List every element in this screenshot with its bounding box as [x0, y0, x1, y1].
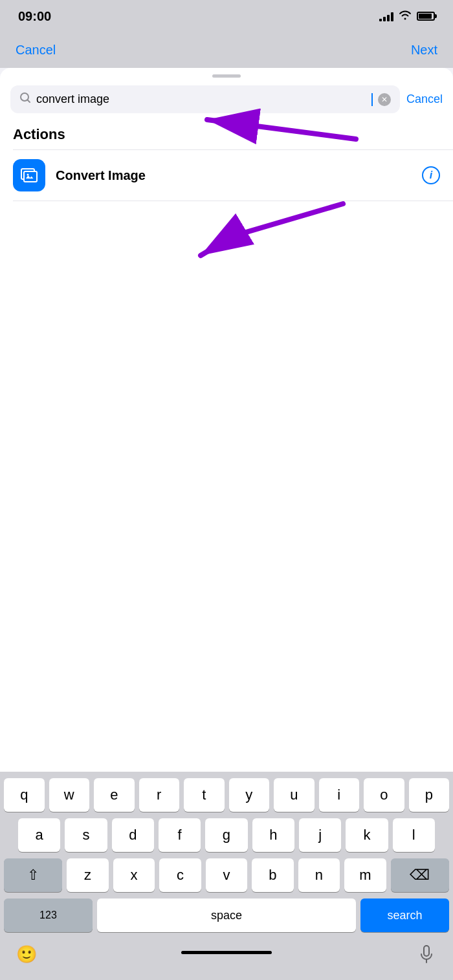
- action-label-convert-image: Convert Image: [56, 168, 412, 183]
- status-icons: [379, 10, 435, 23]
- key-s[interactable]: s: [65, 818, 107, 852]
- key-n[interactable]: n: [298, 858, 340, 892]
- key-l[interactable]: l: [393, 818, 435, 852]
- bg-cancel-label: Cancel: [16, 43, 56, 58]
- key-u[interactable]: u: [274, 778, 315, 812]
- convert-image-icon: [13, 159, 45, 191]
- backspace-key[interactable]: ⌫: [391, 858, 449, 892]
- bg-app-bar: Cancel Next: [0, 32, 453, 68]
- svg-point-4: [27, 174, 29, 176]
- key-g[interactable]: g: [205, 818, 247, 852]
- key-d[interactable]: d: [112, 818, 154, 852]
- key-i[interactable]: i: [319, 778, 360, 812]
- search-key[interactable]: search: [360, 898, 449, 932]
- key-y[interactable]: y: [229, 778, 270, 812]
- key-v[interactable]: v: [206, 858, 247, 892]
- numbers-key[interactable]: 123: [4, 898, 93, 932]
- key-m[interactable]: m: [344, 858, 386, 892]
- key-x[interactable]: x: [113, 858, 155, 892]
- key-r[interactable]: r: [139, 778, 180, 812]
- mic-key[interactable]: [410, 941, 443, 967]
- status-time: 09:00: [18, 9, 51, 24]
- search-bar[interactable]: convert image ✕: [10, 85, 400, 113]
- home-indicator: [181, 951, 272, 954]
- text-cursor: [371, 93, 373, 106]
- key-b[interactable]: b: [252, 858, 293, 892]
- bg-next-label: Next: [411, 43, 437, 58]
- wifi-icon: [399, 10, 412, 23]
- key-o[interactable]: o: [364, 778, 404, 812]
- key-h[interactable]: h: [252, 818, 294, 852]
- key-j[interactable]: j: [299, 818, 341, 852]
- key-p[interactable]: p: [409, 778, 450, 812]
- cancel-button[interactable]: Cancel: [406, 93, 443, 106]
- search-icon: [19, 92, 31, 107]
- battery-icon: [417, 12, 435, 21]
- keyboard[interactable]: q w e r t y u i o p a s d f g h j k l ⇧ …: [0, 772, 453, 980]
- shift-key[interactable]: ⇧: [4, 858, 62, 892]
- svg-line-1: [28, 100, 30, 103]
- key-c[interactable]: c: [159, 858, 201, 892]
- keyboard-row-3: ⇧ z x c v b n m ⌫: [0, 858, 453, 892]
- search-container: convert image ✕ Cancel: [0, 78, 453, 121]
- key-e[interactable]: e: [94, 778, 135, 812]
- key-z[interactable]: z: [67, 858, 108, 892]
- divider-bottom: [13, 201, 453, 201]
- key-t[interactable]: t: [184, 778, 225, 812]
- key-k[interactable]: k: [346, 818, 388, 852]
- key-a[interactable]: a: [18, 818, 60, 852]
- action-item-convert-image[interactable]: Convert Image i: [0, 150, 453, 201]
- keyboard-bottom-row: 123 space search: [0, 898, 453, 932]
- key-w[interactable]: w: [49, 778, 90, 812]
- signal-icon: [379, 11, 393, 21]
- keyboard-row-1: q w e r t y u i o p: [0, 778, 453, 812]
- emoji-key[interactable]: 🙂: [10, 941, 43, 967]
- info-button[interactable]: i: [422, 166, 440, 184]
- space-key[interactable]: space: [97, 898, 356, 932]
- keyboard-extra-row: 🙂: [0, 937, 453, 980]
- section-actions-label: Actions: [0, 121, 453, 149]
- svg-rect-7: [424, 946, 429, 956]
- svg-rect-3: [24, 171, 37, 182]
- keyboard-row-2: a s d f g h j k l: [0, 818, 453, 852]
- clear-button[interactable]: ✕: [378, 93, 391, 106]
- key-f[interactable]: f: [159, 818, 201, 852]
- status-bar: 09:00: [0, 0, 453, 32]
- search-input[interactable]: convert image: [36, 93, 366, 106]
- key-q[interactable]: q: [4, 778, 45, 812]
